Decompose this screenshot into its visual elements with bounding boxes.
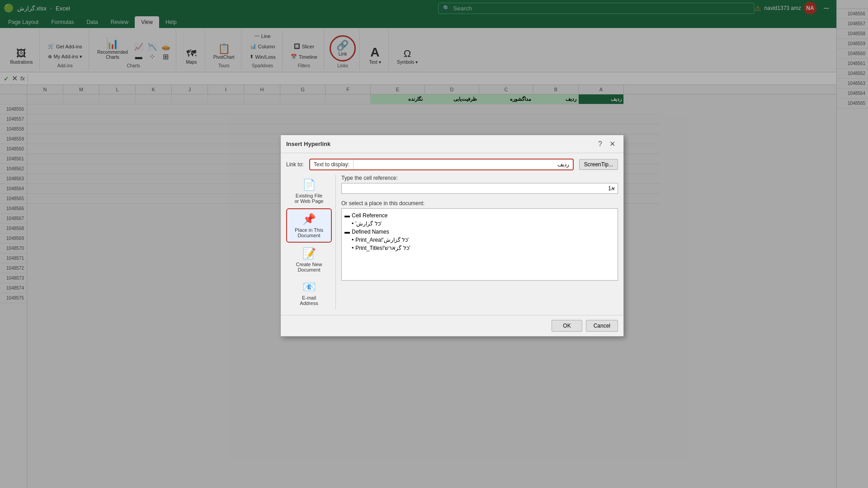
cell-ref-section: Type the cell reference: — [341, 175, 618, 194]
create-new-document-icon: 📝 — [302, 247, 316, 260]
insert-hyperlink-dialog: Insert Hyperlink ? ✕ Link to: Text to di… — [280, 135, 624, 337]
create-new-document-button[interactable]: 📝 Create NewDocument — [286, 244, 332, 276]
existing-file-button[interactable]: 📄 Existing Fileor Web Page — [286, 175, 332, 207]
cell-ref-label: Type the cell reference: — [341, 175, 618, 181]
screentip-button[interactable]: ScreenTip... — [579, 159, 618, 170]
existing-file-label: Existing Fileor Web Page — [294, 193, 323, 204]
tree-view: ▬ Cell Reference • 'כל گزارش' ▬ Defined … — [341, 208, 618, 281]
tree-item-defined-names[interactable]: ▬ Defined Names — [344, 228, 615, 236]
expand-defined-names-icon: ▬ — [344, 229, 350, 235]
tree-item-print-area[interactable]: • 'כל گزارش'!Print_Area — [344, 236, 615, 244]
tree-item-print-titles[interactable]: • 'כל گزארש'!Print_Titles — [344, 244, 615, 252]
tree-item-sheet-name[interactable]: • 'כל گزارش' — [344, 220, 615, 228]
defined-names-label: Defined Names — [352, 229, 389, 235]
print-titles-dot-icon: • — [352, 245, 354, 251]
ok-button[interactable]: OK — [552, 320, 582, 332]
dialog-title-bar: Insert Hyperlink ? ✕ — [281, 135, 623, 153]
dialog-close-button[interactable]: ✕ — [607, 139, 618, 149]
cell-ref-input[interactable] — [341, 183, 618, 194]
print-titles-label: 'כל گزארש'!Print_Titles — [355, 245, 410, 251]
email-address-icon: 📧 — [302, 281, 316, 293]
link-to-sidebar: 📄 Existing Fileor Web Page 📌 Place in Th… — [286, 175, 336, 310]
link-to-label: Link to: — [286, 161, 304, 168]
dialog-main: 📄 Existing Fileor Web Page 📌 Place in Th… — [286, 175, 618, 310]
email-address-button[interactable]: 📧 E-mailAddress — [286, 277, 332, 310]
link-to-row: Link to: Text to display: ScreenTip... — [286, 159, 618, 170]
create-new-document-label: Create NewDocument — [296, 262, 322, 272]
dialog-body: Link to: Text to display: ScreenTip... 📄… — [281, 153, 623, 315]
text-display-label: Text to display: — [310, 160, 354, 169]
dialog-title: Insert Hyperlink — [286, 141, 330, 147]
place-in-document-icon: 📌 — [302, 213, 316, 225]
expand-cell-ref-icon: ▬ — [344, 212, 350, 219]
sheet-dot-icon: • — [352, 221, 354, 227]
dialog-footer: OK Cancel — [281, 315, 623, 336]
cancel-button[interactable]: Cancel — [586, 320, 618, 332]
select-place-label: Or select a place in this document: — [341, 200, 618, 206]
text-display-input[interactable] — [354, 160, 573, 169]
sheet-name-label: 'כל گزارش' — [355, 221, 382, 227]
select-place-section: Or select a place in this document: ▬ Ce… — [341, 197, 618, 281]
dialog-help-button[interactable]: ? — [595, 139, 605, 149]
place-in-document-label: Place in ThisDocument — [295, 227, 323, 238]
dialog-title-buttons: ? ✕ — [595, 139, 618, 149]
dialog-right: Type the cell reference: Or select a pla… — [336, 175, 618, 310]
tree-item-cell-reference[interactable]: ▬ Cell Reference — [344, 211, 615, 220]
text-display-group: Text to display: — [309, 159, 574, 170]
existing-file-icon: 📄 — [302, 178, 316, 191]
place-in-document-button[interactable]: 📌 Place in ThisDocument — [286, 208, 332, 243]
dialog-overlay: Insert Hyperlink ? ✕ Link to: Text to di… — [0, 0, 868, 488]
print-area-dot-icon: • — [352, 237, 354, 243]
print-area-label: 'כל گزارش'!Print_Area — [355, 237, 409, 243]
cell-reference-label: Cell Reference — [352, 212, 387, 219]
email-address-label: E-mailAddress — [300, 295, 318, 306]
